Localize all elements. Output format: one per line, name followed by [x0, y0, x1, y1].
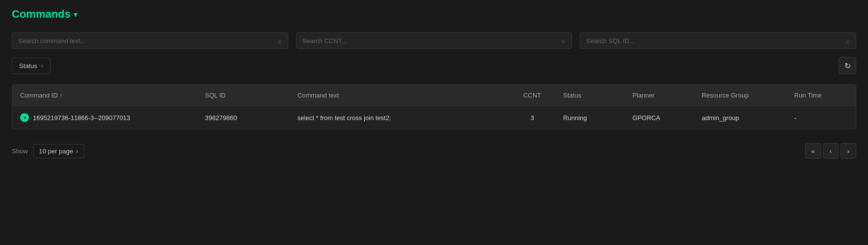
column-header-run-time[interactable]: Run Time	[787, 85, 856, 106]
status-cell: Running	[555, 106, 624, 129]
play-icon	[20, 113, 29, 122]
prev-page-button[interactable]: ‹	[823, 143, 839, 159]
column-header-planner[interactable]: Planner	[624, 85, 694, 106]
command-text-search-input[interactable]	[18, 37, 274, 45]
command-text-cell: select * from test cross join test2;	[290, 106, 509, 129]
sql-id-cell: 398279860	[197, 106, 290, 129]
column-header-ccnt[interactable]: CCNT	[509, 85, 555, 106]
table-row: 1695219736-11866-3--209077013 398279860s…	[12, 106, 856, 129]
footer-row: Show 10 per page › « ‹ ›	[12, 139, 856, 163]
column-header-status[interactable]: Status	[555, 85, 624, 106]
per-page-chevron: ›	[76, 147, 78, 155]
page-title: Commands	[12, 8, 71, 21]
first-page-button[interactable]: «	[805, 143, 821, 159]
column-header-sql-id[interactable]: SQL ID	[197, 85, 290, 106]
refresh-icon: ↻	[844, 61, 851, 71]
page-header: Commands ▾	[12, 8, 856, 21]
command-id-cell[interactable]: 1695219736-11866-3--209077013	[12, 106, 197, 129]
planner-cell: GPORCA	[624, 106, 694, 129]
per-page-label: 10 per page	[39, 147, 73, 155]
table-header-row: Command ID SQL ID Command text CCNT Stat…	[12, 85, 856, 106]
search-row: ⌕ ⌕ ⌕	[12, 32, 856, 49]
sql-id-search-box: ⌕	[580, 32, 856, 49]
status-filter-label: Status	[19, 62, 37, 70]
search-icon-1: ⌕	[278, 37, 282, 45]
next-page-button[interactable]: ›	[841, 143, 856, 159]
command-id-value: 1695219736-11866-3--209077013	[33, 114, 130, 122]
show-per-page: Show 10 per page ›	[12, 144, 84, 158]
search-icon-2: ⌕	[562, 37, 566, 45]
ccnt-cell: 3	[509, 106, 555, 129]
status-filter-button[interactable]: Status ›	[12, 58, 51, 74]
column-header-command-text[interactable]: Command text	[290, 85, 509, 106]
command-text-search-box: ⌕	[12, 32, 288, 49]
refresh-button[interactable]: ↻	[839, 57, 856, 74]
pagination-controls: « ‹ ›	[805, 143, 856, 159]
search-icon-3: ⌕	[846, 37, 850, 45]
chevron-down-icon[interactable]: ▾	[74, 10, 78, 19]
column-header-resource-group[interactable]: Resource Group	[694, 85, 786, 106]
show-label: Show	[12, 147, 28, 155]
ccnt-search-box: ⌕	[296, 32, 572, 49]
column-header-command-id[interactable]: Command ID	[12, 85, 197, 106]
chevron-right-icon: ›	[41, 62, 43, 69]
commands-table: Command ID SQL ID Command text CCNT Stat…	[12, 84, 856, 129]
per-page-button[interactable]: 10 per page ›	[33, 144, 85, 158]
filter-row: Status › ↻	[12, 57, 856, 74]
run-time-cell: -	[787, 106, 856, 129]
sql-id-search-input[interactable]	[586, 37, 842, 45]
resource-group-cell: admin_group	[694, 106, 786, 129]
ccnt-search-input[interactable]	[302, 37, 558, 45]
